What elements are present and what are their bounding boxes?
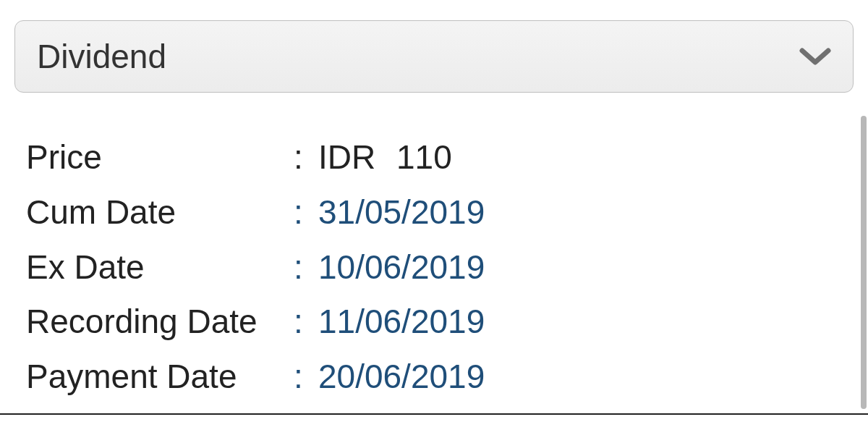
recording-date-row: Recording Date : 11/06/2019 <box>26 300 854 344</box>
ex-date-colon: : <box>294 246 318 290</box>
price-currency: IDR <box>318 138 375 176</box>
recording-date-colon: : <box>294 300 318 344</box>
price-row: Price : IDR 110 <box>26 136 854 180</box>
price-label: Price <box>26 136 294 180</box>
cum-date-colon: : <box>294 191 318 235</box>
price-value: IDR 110 <box>318 136 452 180</box>
ex-date-label: Ex Date <box>26 246 294 290</box>
ex-date-row: Ex Date : 10/06/2019 <box>26 246 854 290</box>
payment-date-colon: : <box>294 355 318 399</box>
scrollbar-thumb[interactable] <box>861 116 867 409</box>
price-colon: : <box>294 136 318 180</box>
details-panel: Price : IDR 110 Cum Date : 31/05/2019 Ex… <box>14 136 854 399</box>
cum-date-row: Cum Date : 31/05/2019 <box>26 191 854 235</box>
bottom-divider <box>0 413 868 415</box>
payment-date-label: Payment Date <box>26 355 294 399</box>
chevron-down-icon <box>799 46 831 67</box>
main-container: Dividend Price : IDR 110 Cum Date : 31/0… <box>0 0 868 422</box>
price-amount: 110 <box>396 138 452 176</box>
cum-date-value[interactable]: 31/05/2019 <box>318 191 485 235</box>
recording-date-label: Recording Date <box>26 300 294 344</box>
dropdown-selected-label: Dividend <box>37 37 166 76</box>
cum-date-label: Cum Date <box>26 191 294 235</box>
recording-date-value[interactable]: 11/06/2019 <box>318 300 485 344</box>
payment-date-row: Payment Date : 20/06/2019 <box>26 355 854 399</box>
ex-date-value[interactable]: 10/06/2019 <box>318 246 485 290</box>
dividend-dropdown[interactable]: Dividend <box>14 20 854 93</box>
payment-date-value[interactable]: 20/06/2019 <box>318 355 485 399</box>
